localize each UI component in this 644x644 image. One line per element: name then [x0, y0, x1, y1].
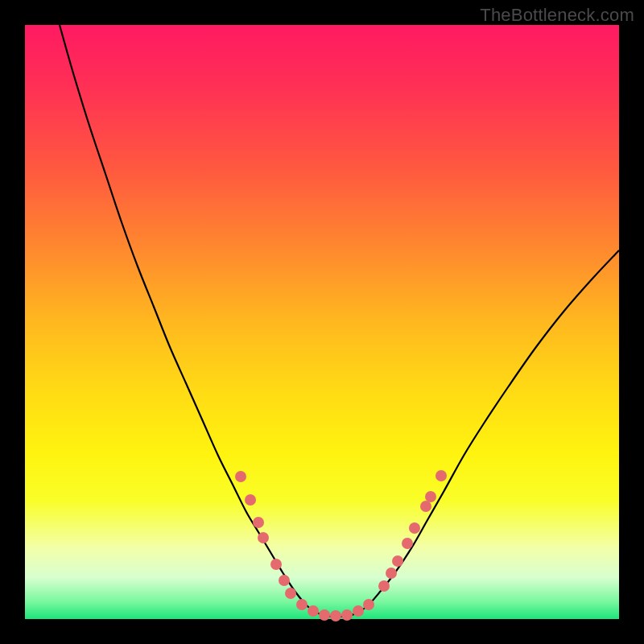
data-marker	[270, 559, 282, 570]
data-marker	[330, 610, 341, 621]
curve-layer	[25, 25, 619, 619]
data-marker	[308, 605, 319, 617]
data-marker	[341, 609, 353, 621]
data-marker	[392, 555, 403, 567]
data-marker	[436, 470, 447, 481]
data-marker	[353, 605, 364, 617]
data-marker	[402, 538, 413, 549]
data-marker	[409, 522, 420, 534]
plot-area	[25, 25, 619, 619]
data-marker	[420, 501, 431, 512]
data-marker	[296, 599, 308, 610]
chart-frame: TheBottleneck.com	[0, 0, 644, 644]
watermark-text: TheBottleneck.com	[480, 5, 634, 26]
data-marker	[386, 568, 397, 579]
data-marker	[279, 575, 290, 586]
data-marker	[319, 609, 330, 621]
data-marker	[378, 580, 390, 592]
data-marker	[253, 517, 264, 528]
bottleneck-curve	[60, 25, 619, 617]
data-marker	[363, 599, 374, 610]
data-marker	[235, 471, 246, 482]
data-marker	[258, 532, 269, 543]
data-marker	[245, 494, 256, 506]
data-marker	[285, 588, 296, 599]
data-marker	[425, 491, 436, 502]
